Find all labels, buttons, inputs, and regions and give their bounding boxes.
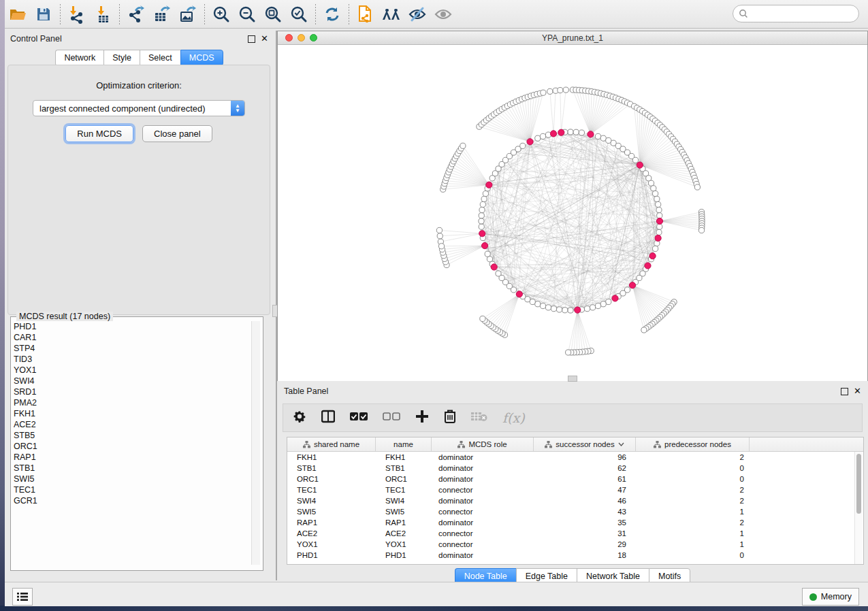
open-folder-icon[interactable] [5, 3, 31, 25]
optimization-criterion-label: Optimization criterion: [8, 80, 270, 90]
mcds-result-list[interactable]: PHD1CAR1STP4TID3YOX1SWI4SRD1PMA2FKH1ACE2… [14, 321, 249, 565]
search-network-icon[interactable] [379, 3, 404, 25]
cell-predecessor: 0 [636, 551, 750, 559]
table-scrollbar[interactable] [854, 452, 863, 564]
table-row[interactable]: ACE2ACE2connector311 [287, 528, 863, 539]
table-scrollbar-thumb[interactable] [856, 454, 861, 514]
cell-shared_name: TEC1 [287, 486, 376, 494]
close-panel-icon[interactable]: ✕ [261, 35, 268, 42]
cell-mcds_role: connector [432, 486, 534, 494]
mcds-node-item[interactable]: RAP1 [14, 452, 249, 463]
memory-button[interactable]: Memory [802, 588, 859, 606]
mcds-node-item[interactable]: TID3 [14, 354, 249, 365]
cell-shared_name: FKH1 [287, 453, 376, 461]
cell-predecessor: 2 [636, 486, 750, 494]
horizontal-splitter-handle[interactable] [568, 376, 577, 382]
cell-shared_name: YOX1 [287, 540, 376, 548]
tab-mcds[interactable]: MCDS [180, 50, 223, 66]
hide-selected-eye-icon[interactable] [404, 3, 430, 25]
run-mcds-button[interactable]: Run MCDS [65, 125, 133, 142]
table-header-row: shared namenameMCDS rolesuccessor nodesp… [287, 437, 863, 452]
share-document-icon[interactable] [353, 3, 379, 25]
table-row[interactable]: SWI5SWI5connector431 [287, 506, 863, 517]
cell-successor: 61 [534, 475, 636, 483]
search-icon [739, 9, 748, 18]
mcds-node-item[interactable]: SWI4 [14, 376, 249, 386]
cell-name: SWI5 [376, 508, 432, 516]
table-row[interactable]: PHD1PHD1dominator180 [287, 550, 863, 561]
cell-name: ACE2 [376, 529, 432, 538]
mcds-node-item[interactable]: ACE2 [14, 419, 249, 430]
shared-column-tree-icon [654, 441, 661, 448]
table-row[interactable]: FKH1FKH1dominator962 [287, 452, 863, 463]
main-toolbar [5, 0, 868, 29]
table-row[interactable]: RAP1RAP1dominator352 [287, 517, 863, 528]
column-header-successor-nodes[interactable]: successor nodes [534, 437, 636, 451]
task-history-button[interactable] [12, 588, 33, 606]
mcds-node-item[interactable]: SRD1 [14, 386, 249, 397]
export-network-icon[interactable] [123, 3, 149, 25]
mcds-node-item[interactable]: TEC1 [14, 484, 249, 495]
table-row[interactable]: SWI4SWI4dominator462 [287, 495, 863, 506]
column-layout-icon[interactable] [321, 410, 335, 426]
desktop-wallpaper-bottom [0, 606, 868, 611]
export-table-icon[interactable] [149, 3, 175, 25]
mcds-node-item[interactable]: FKH1 [14, 408, 249, 419]
column-header-shared-name[interactable]: shared name [287, 437, 376, 451]
tab-select[interactable]: Select [140, 50, 180, 66]
refresh-icon[interactable] [319, 3, 345, 25]
float-table-panel-icon[interactable] [841, 388, 848, 395]
table-row[interactable]: STB1STB1dominator620 [287, 463, 863, 474]
mcds-node-item[interactable]: SWI5 [14, 474, 249, 484]
mcds-node-item[interactable]: ORC1 [14, 441, 249, 452]
close-panel-button[interactable]: Close panel [142, 125, 212, 142]
mcds-node-item[interactable]: PHD1 [14, 321, 249, 332]
zoom-out-icon[interactable] [234, 3, 260, 25]
cell-mcds_role: dominator [432, 464, 534, 472]
network-canvas[interactable] [278, 45, 867, 381]
close-table-panel-icon[interactable]: ✕ [854, 388, 861, 395]
cell-mcds_role: dominator [432, 475, 534, 483]
delete-column-trash-icon[interactable] [444, 410, 456, 426]
add-column-icon[interactable] [415, 410, 429, 426]
mcds-node-item[interactable]: CAR1 [14, 332, 249, 343]
tab-style[interactable]: Style [103, 50, 140, 66]
deselect-all-icon[interactable] [383, 412, 400, 424]
mcds-list-scrollbar[interactable] [251, 321, 260, 565]
zoom-fit-icon[interactable] [260, 3, 286, 25]
table-row[interactable]: YOX1YOX1connector291 [287, 539, 863, 550]
tab-network[interactable]: Network [55, 50, 103, 66]
mcds-node-item[interactable]: PMA2 [14, 397, 249, 408]
toolbar-separator [315, 4, 316, 24]
select-all-checked-icon[interactable] [350, 412, 368, 424]
desktop: Control Panel ✕ NetworkStyleSelectMCDS O… [0, 0, 868, 611]
save-icon[interactable] [31, 3, 57, 25]
mcds-node-item[interactable]: YOX1 [14, 365, 249, 376]
list-icon [17, 592, 28, 601]
network-window-titlebar[interactable]: YPA_prune.txt_1 [278, 31, 867, 45]
column-header-name[interactable]: name [376, 437, 432, 451]
zoom-selected-icon[interactable] [286, 3, 312, 25]
zoom-in-icon[interactable] [208, 3, 234, 25]
mcds-node-item[interactable]: STB1 [14, 463, 249, 474]
criterion-dropdown[interactable]: largest connected component (undirected)… [33, 100, 245, 116]
mcds-node-item[interactable]: STB5 [14, 430, 249, 441]
table-row[interactable]: ORC1ORC1dominator610 [287, 474, 863, 484]
show-all-eye-icon[interactable] [430, 3, 456, 25]
mcds-node-item[interactable]: GCR1 [14, 495, 249, 506]
cell-mcds_role: dominator [432, 551, 534, 559]
mcds-node-item[interactable]: STP4 [14, 343, 249, 354]
float-panel-icon[interactable] [248, 35, 255, 43]
shared-column-tree-icon [303, 441, 310, 448]
settings-gear-icon[interactable] [293, 410, 306, 426]
column-header-MCDS-role[interactable]: MCDS role [432, 437, 534, 451]
import-network-icon[interactable] [64, 3, 90, 25]
table-row[interactable]: TEC1TEC1connector472 [287, 484, 863, 495]
search-input[interactable] [733, 5, 859, 22]
export-image-icon[interactable] [175, 3, 201, 25]
cell-successor: 18 [534, 551, 636, 559]
cell-shared_name: ORC1 [287, 475, 376, 483]
status-bar: Memory [5, 582, 868, 606]
column-header-predecessor-nodes[interactable]: predecessor nodes [636, 437, 750, 451]
import-table-icon[interactable] [90, 3, 116, 25]
